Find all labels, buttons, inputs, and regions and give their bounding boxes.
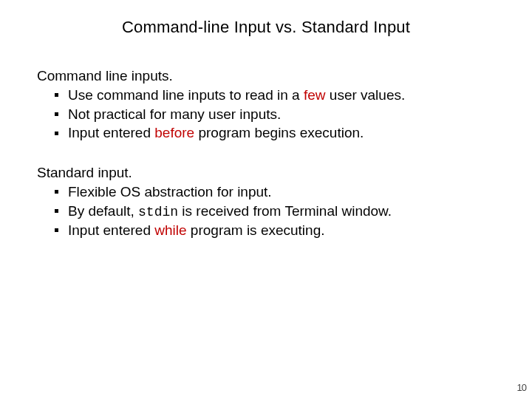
text: Use command line inputs to read in a: [68, 87, 304, 103]
text: program is executing.: [187, 222, 325, 238]
section-command-line: Command line inputs. Use command line in…: [37, 68, 495, 143]
accent-text: before: [154, 125, 194, 140]
text: By default,: [68, 203, 138, 219]
page-number: 10: [517, 382, 526, 393]
section-standard-input: Standard input. Flexible OS abstraction …: [37, 165, 495, 240]
bullet-list: Flexible OS abstraction for input. By de…: [37, 183, 495, 240]
code-text: stdin: [138, 205, 178, 219]
list-item: By default, stdin is received from Termi…: [55, 202, 495, 221]
slide: Command-line Input vs. Standard Input Co…: [0, 0, 532, 399]
section-heading: Standard input.: [37, 165, 495, 181]
bullet-list: Use command line inputs to read in a few…: [37, 86, 495, 143]
list-item: Input entered while program is executing…: [55, 221, 495, 240]
text: Input entered: [68, 222, 154, 238]
text: program begins execution.: [194, 125, 364, 140]
text: Input entered: [68, 125, 154, 140]
section-heading: Command line inputs.: [37, 68, 495, 84]
slide-title: Command-line Input vs. Standard Input: [37, 18, 495, 37]
accent-text: few: [304, 87, 326, 103]
text: Not practical for many user inputs.: [68, 106, 281, 122]
text: Flexible OS abstraction for input.: [68, 184, 272, 200]
list-item: Not practical for many user inputs.: [55, 105, 495, 124]
text: is received from Terminal window.: [178, 203, 392, 219]
list-item: Flexible OS abstraction for input.: [55, 183, 495, 202]
list-item: Use command line inputs to read in a few…: [55, 86, 495, 105]
accent-text: while: [154, 222, 186, 238]
list-item: Input entered before program begins exec…: [55, 123, 495, 143]
text: user values.: [326, 87, 406, 103]
